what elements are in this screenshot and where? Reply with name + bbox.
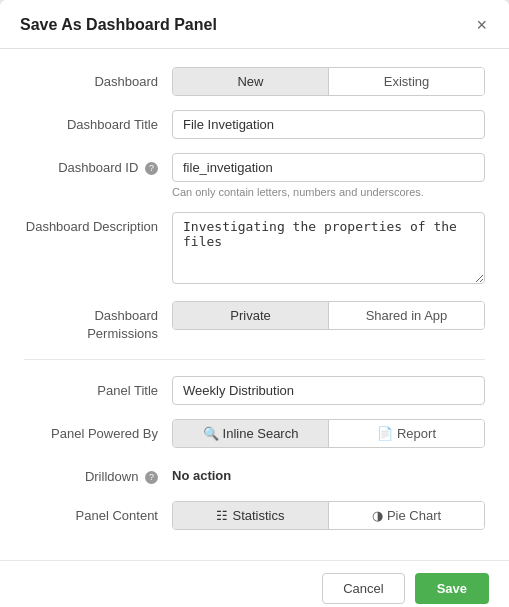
dashboard-label: Dashboard [24, 67, 172, 91]
dashboard-permissions-row: Dashboard Permissions Private Shared in … [24, 301, 485, 343]
drilldown-value: No action [172, 462, 485, 483]
report-icon: 📄 [377, 426, 393, 441]
panel-inline-search-button[interactable]: 🔍Inline Search [173, 420, 328, 447]
drilldown-label: Drilldown ? [24, 462, 172, 486]
panel-title-label: Panel Title [24, 376, 172, 400]
pie-chart-icon: ◑ [372, 508, 383, 523]
panel-content-row: Panel Content ☷Statistics ◑Pie Chart [24, 501, 485, 530]
dashboard-description-control: Investigating the properties of the file… [172, 212, 485, 287]
dashboard-existing-button[interactable]: Existing [328, 68, 484, 95]
dashboard-id-hint: Can only contain letters, numbers and un… [172, 186, 485, 198]
statistics-icon: ☷ [216, 508, 228, 523]
panel-report-button[interactable]: 📄Report [328, 420, 484, 447]
panel-content-btn-group: ☷Statistics ◑Pie Chart [172, 501, 485, 530]
drilldown-help-icon[interactable]: ? [145, 471, 158, 484]
dashboard-toggle-group: New Existing [172, 67, 485, 96]
panel-powered-by-row: Panel Powered By 🔍Inline Search 📄Report [24, 419, 485, 448]
cancel-button[interactable]: Cancel [322, 573, 404, 604]
panel-powered-by-label: Panel Powered By [24, 419, 172, 443]
modal-title: Save As Dashboard Panel [20, 16, 217, 34]
drilldown-value-text: No action [172, 462, 485, 483]
dashboard-title-row: Dashboard Title [24, 110, 485, 139]
dashboard-title-input[interactable] [172, 110, 485, 139]
panel-powered-btn-group: 🔍Inline Search 📄Report [172, 419, 485, 448]
drilldown-row: Drilldown ? No action [24, 462, 485, 486]
modal-header: Save As Dashboard Panel × [0, 0, 509, 49]
panel-powered-by-control: 🔍Inline Search 📄Report [172, 419, 485, 448]
permissions-btn-group: Private Shared in App [172, 301, 485, 330]
save-button[interactable]: Save [415, 573, 489, 604]
dashboard-permissions-control: Private Shared in App [172, 301, 485, 330]
dashboard-title-label: Dashboard Title [24, 110, 172, 134]
close-button[interactable]: × [474, 16, 489, 34]
panel-title-control [172, 376, 485, 405]
dashboard-btn-group: New Existing [172, 67, 485, 96]
section-divider [24, 359, 485, 360]
permissions-shared-button[interactable]: Shared in App [328, 302, 484, 329]
panel-content-control: ☷Statistics ◑Pie Chart [172, 501, 485, 530]
panel-title-row: Panel Title [24, 376, 485, 405]
dashboard-id-help-icon[interactable]: ? [145, 162, 158, 175]
dashboard-row: Dashboard New Existing [24, 67, 485, 96]
dashboard-new-button[interactable]: New [173, 68, 328, 95]
panel-pie-chart-button[interactable]: ◑Pie Chart [328, 502, 484, 529]
panel-statistics-button[interactable]: ☷Statistics [173, 502, 328, 529]
dashboard-permissions-label: Dashboard Permissions [24, 301, 172, 343]
panel-content-label: Panel Content [24, 501, 172, 525]
save-dashboard-panel-modal: Save As Dashboard Panel × Dashboard New … [0, 0, 509, 607]
dashboard-description-label: Dashboard Description [24, 212, 172, 236]
dashboard-title-control [172, 110, 485, 139]
dashboard-id-control: Can only contain letters, numbers and un… [172, 153, 485, 198]
dashboard-id-input[interactable] [172, 153, 485, 182]
dashboard-id-label: Dashboard ID ? [24, 153, 172, 177]
search-icon: 🔍 [203, 426, 219, 441]
dashboard-description-row: Dashboard Description Investigating the … [24, 212, 485, 287]
dashboard-id-row: Dashboard ID ? Can only contain letters,… [24, 153, 485, 198]
permissions-private-button[interactable]: Private [173, 302, 328, 329]
panel-title-input[interactable] [172, 376, 485, 405]
modal-body: Dashboard New Existing Dashboard Title D… [0, 49, 509, 560]
modal-footer: Cancel Save [0, 560, 509, 607]
dashboard-description-textarea[interactable]: Investigating the properties of the file… [172, 212, 485, 284]
